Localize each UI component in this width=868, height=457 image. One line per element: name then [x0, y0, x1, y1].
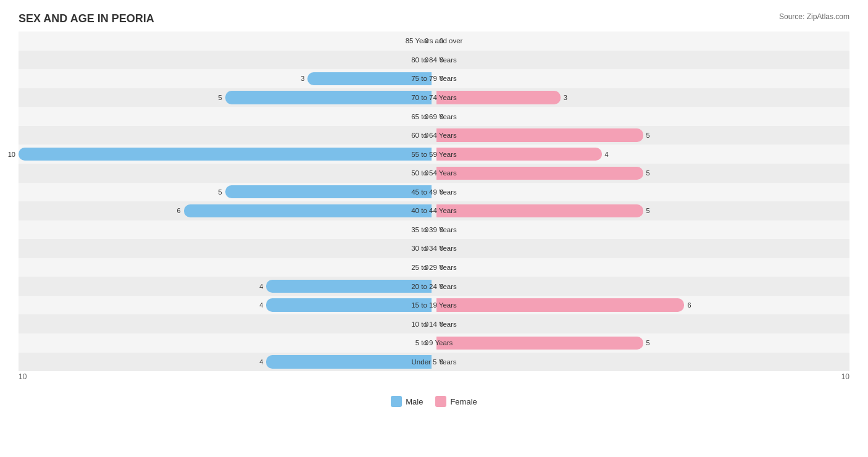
right-section: 4 — [434, 145, 849, 164]
male-value: 4 — [259, 283, 263, 290]
table-row: 0 60 to 64 Years 5 — [19, 126, 849, 145]
bar-female: 5 — [436, 167, 643, 180]
bar-female: 6 — [436, 298, 684, 311]
female-value: 4 — [605, 151, 609, 158]
male-value: 0 — [425, 245, 428, 252]
bar-female: 5 — [436, 128, 643, 141]
table-row: 4 Under 5 Years 0 — [19, 353, 849, 372]
left-section: 0 — [19, 239, 434, 258]
female-value: 3 — [564, 94, 567, 101]
table-row: 0 10 to 14 Years 0 — [19, 314, 849, 333]
table-row: 10 55 to 59 Years 4 — [19, 145, 849, 164]
male-value: 0 — [425, 37, 428, 44]
male-value: 4 — [259, 358, 263, 366]
table-row: 4 15 to 19 Years 6 — [19, 296, 849, 315]
rows-container: 0 85 Years and over 0 0 80 to 84 Years 0 — [19, 31, 849, 371]
male-value: 3 — [301, 75, 304, 82]
female-value: 0 — [440, 245, 443, 252]
female-value: 0 — [440, 358, 443, 366]
left-section: 4 — [19, 277, 434, 296]
left-section: 0 — [19, 126, 434, 145]
male-value: 0 — [425, 321, 428, 328]
male-value: 6 — [177, 207, 180, 214]
left-section: 0 — [19, 220, 434, 240]
female-value: 0 — [440, 283, 443, 290]
bar-male: 3 — [307, 72, 432, 85]
right-section: 5 — [434, 164, 849, 183]
male-label: Male — [406, 397, 423, 406]
legend-male: Male — [391, 396, 423, 407]
bar-female: 4 — [436, 148, 602, 161]
left-section: 0 — [19, 314, 434, 333]
right-section: 0 — [434, 51, 849, 70]
right-section: 5 — [434, 201, 849, 220]
bar-male: 6 — [184, 204, 432, 217]
right-section: 6 — [434, 296, 849, 315]
table-row: 0 85 Years and over 0 — [19, 31, 849, 51]
left-section: 4 — [19, 296, 434, 315]
legend: Male Female — [19, 396, 849, 407]
left-section: 0 — [19, 333, 434, 353]
left-section: 5 — [19, 183, 434, 202]
right-section: 3 — [434, 88, 849, 107]
table-row: 0 30 to 34 Years 0 — [19, 239, 849, 258]
axis-left-label: 10 — [19, 372, 27, 381]
right-section: 0 — [434, 277, 849, 296]
female-value: 0 — [440, 56, 443, 64]
female-value: 0 — [440, 264, 443, 271]
right-section: 0 — [434, 69, 849, 88]
right-section: 0 — [434, 353, 849, 372]
right-section: 0 — [434, 31, 849, 51]
right-section: 5 — [434, 333, 849, 353]
chart-container: SEX AND AGE IN PEORIA Source: ZipAtlas.c… — [0, 0, 868, 457]
table-row: 0 50 to 54 Years 5 — [19, 164, 849, 183]
chart-area: 0 85 Years and over 0 0 80 to 84 Years 0 — [19, 31, 849, 396]
left-section: 5 — [19, 88, 434, 107]
table-row: 5 70 to 74 Years 3 — [19, 88, 849, 107]
female-value: 5 — [646, 132, 650, 139]
table-row: 4 20 to 24 Years 0 — [19, 277, 849, 296]
table-row: 0 80 to 84 Years 0 — [19, 51, 849, 70]
chart-title: SEX AND AGE IN PEORIA — [19, 12, 849, 25]
female-value: 6 — [687, 301, 691, 309]
table-row: 5 45 to 49 Years 0 — [19, 183, 849, 202]
male-value: 0 — [425, 132, 428, 139]
right-section: 0 — [434, 239, 849, 258]
bar-male: 5 — [225, 91, 432, 104]
bar-male: 4 — [266, 280, 432, 293]
table-row: 0 5 to 9 Years 5 — [19, 333, 849, 353]
female-value: 0 — [440, 321, 443, 328]
male-value: 5 — [218, 188, 222, 196]
right-section: 0 — [434, 314, 849, 333]
male-value: 5 — [218, 94, 222, 101]
male-value: 10 — [8, 151, 15, 158]
left-section: 0 — [19, 31, 434, 51]
male-value: 0 — [425, 56, 428, 64]
female-legend-box — [435, 396, 446, 407]
male-value: 4 — [259, 301, 263, 309]
left-section: 10 — [19, 145, 434, 164]
female-value: 0 — [440, 226, 443, 233]
table-row: 0 35 to 39 Years 0 — [19, 220, 849, 240]
left-section: 6 — [19, 201, 434, 220]
right-section: 0 — [434, 220, 849, 240]
female-value: 0 — [440, 75, 443, 82]
bar-male: 4 — [266, 298, 432, 311]
female-value: 0 — [440, 113, 443, 120]
left-section: 0 — [19, 51, 434, 70]
right-section: 5 — [434, 126, 849, 145]
left-section: 0 — [19, 258, 434, 277]
table-row: 3 75 to 79 Years 0 — [19, 69, 849, 88]
table-row: 6 40 to 44 Years 5 — [19, 201, 849, 220]
legend-female: Female — [435, 396, 477, 407]
bar-female: 3 — [436, 91, 561, 104]
source-text: Source: ZipAtlas.com — [779, 12, 849, 21]
table-row: 0 25 to 29 Years 0 — [19, 258, 849, 277]
male-value: 0 — [425, 169, 428, 177]
left-section: 4 — [19, 353, 434, 372]
table-row: 0 65 to 69 Years 0 — [19, 107, 849, 126]
left-section: 0 — [19, 164, 434, 183]
left-section: 3 — [19, 69, 434, 88]
bar-female: 5 — [436, 337, 643, 350]
bar-male: 10 — [19, 148, 432, 161]
